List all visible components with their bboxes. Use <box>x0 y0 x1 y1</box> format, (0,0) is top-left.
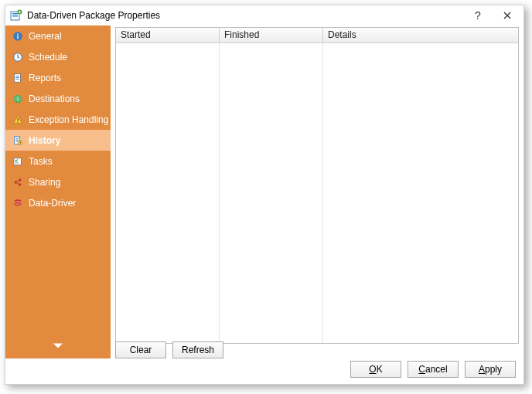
sidebar-item-reports[interactable]: Reports <box>5 67 111 88</box>
table-body <box>116 43 518 343</box>
column-header-details[interactable]: Details <box>323 28 518 43</box>
sidebar-item-label: Schedule <box>29 52 67 63</box>
table-header: Started Finished Details <box>116 28 518 43</box>
app-icon <box>10 9 22 22</box>
main-panel: Started Finished Details Clear Refresh <box>111 25 523 358</box>
dialog-footer: OK Cancel Apply <box>5 358 523 384</box>
sidebar-item-tasks[interactable]: Tasks <box>5 151 111 172</box>
svg-rect-17 <box>14 158 22 165</box>
sidebar: General Schedule Reports Destinations <box>5 25 111 358</box>
refresh-button[interactable]: Refresh <box>172 341 223 358</box>
titlebar: Data-Driven Package Properties ? <box>5 5 523 25</box>
chevron-down-icon[interactable] <box>53 342 63 351</box>
driver-icon <box>12 197 24 209</box>
cancel-button[interactable]: Cancel <box>408 361 459 378</box>
svg-rect-14 <box>17 121 18 122</box>
sidebar-item-label: Sharing <box>29 177 60 188</box>
svg-rect-9 <box>15 76 19 76</box>
history-table: Started Finished Details <box>115 27 519 344</box>
sidebar-item-label: General <box>29 31 62 42</box>
svg-rect-5 <box>17 35 18 38</box>
close-button[interactable] <box>493 5 522 25</box>
warning-icon <box>12 114 24 126</box>
ok-button[interactable]: OK <box>350 361 401 378</box>
grid-actions: Clear Refresh <box>111 338 523 358</box>
column-header-started[interactable]: Started <box>116 28 220 43</box>
sidebar-item-label: History <box>29 135 60 146</box>
dialog: Data-Driven Package Properties ? General… <box>5 5 524 385</box>
svg-rect-10 <box>15 77 19 78</box>
sidebar-item-label: Tasks <box>29 156 53 167</box>
sidebar-item-general[interactable]: General <box>5 25 111 46</box>
share-icon <box>12 176 24 189</box>
sidebar-item-history[interactable]: History <box>5 130 111 151</box>
dialog-title: Data-Driven Package Properties <box>27 10 160 21</box>
history-icon <box>12 134 24 147</box>
sidebar-item-label: Data-Driver <box>29 198 76 209</box>
sidebar-item-schedule[interactable]: Schedule <box>5 46 111 67</box>
svg-rect-6 <box>17 33 18 34</box>
globe-icon <box>12 93 24 105</box>
sidebar-item-exception-handling[interactable]: Exception Handling <box>5 109 111 130</box>
column-header-finished[interactable]: Finished <box>220 28 323 43</box>
sidebar-item-data-driver[interactable]: Data-Driver <box>5 192 111 213</box>
info-icon <box>12 30 24 42</box>
sidebar-item-label: Destinations <box>29 93 80 104</box>
svg-rect-11 <box>15 78 19 79</box>
sidebar-item-label: Reports <box>29 73 61 83</box>
clock-icon <box>12 51 24 63</box>
svg-rect-13 <box>17 118 18 121</box>
help-button[interactable]: ? <box>463 5 493 25</box>
svg-rect-18 <box>15 162 19 163</box>
clear-button[interactable]: Clear <box>115 341 166 358</box>
sidebar-item-destinations[interactable]: Destinations <box>5 88 111 109</box>
report-icon <box>12 72 24 84</box>
svg-rect-2 <box>12 15 18 17</box>
apply-button[interactable]: Apply <box>465 361 516 378</box>
sidebar-item-sharing[interactable]: Sharing <box>5 172 111 192</box>
sidebar-item-label: Exception Handling <box>29 114 108 125</box>
tasks-icon <box>12 155 24 168</box>
svg-rect-1 <box>12 13 18 15</box>
